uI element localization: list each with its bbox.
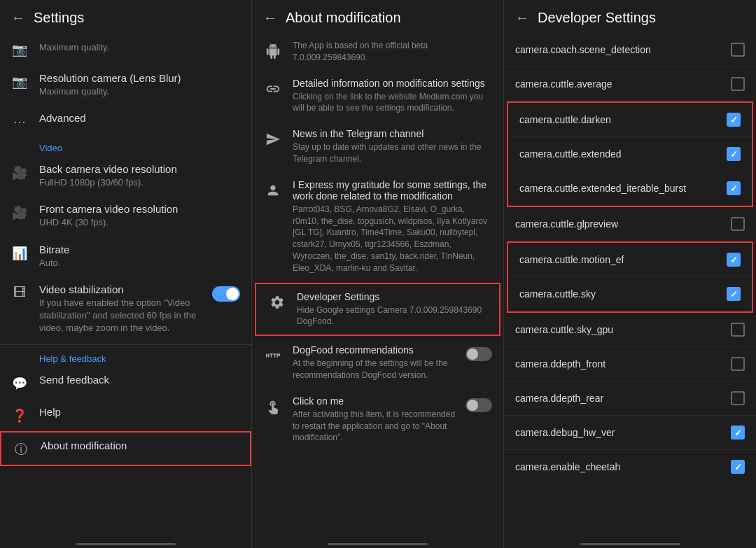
touch-icon	[263, 397, 283, 416]
dev-setting-item[interactable]: camera.cuttle.extended	[508, 137, 752, 171]
dev-setting-checkbox[interactable]	[727, 181, 741, 195]
dev-setting-checkbox[interactable]	[727, 253, 741, 267]
back-camera-title: Back camera video resolution	[39, 163, 240, 175]
front-camera-icon: 🎥	[11, 204, 28, 221]
about-modification-item[interactable]: ⓘ About modification	[0, 431, 251, 466]
dev-setting-label: camera.cuttle.extended_iterable_burst	[519, 183, 727, 194]
dogfood-title: DogFood recommendations	[293, 344, 456, 356]
click-on-me-toggle[interactable]	[465, 398, 492, 412]
back-camera-item[interactable]: 🎥 Back camera video resolution FullHD 10…	[0, 156, 251, 196]
dev-setting-item[interactable]: camera.ddepth_rear	[504, 381, 756, 416]
help-icon: ❓	[11, 407, 28, 424]
developer-settings-desc: Hide Google settings Camera 7.0.009.2598…	[297, 304, 488, 328]
front-camera-subtitle: UHD 4K (30 fps).	[39, 216, 240, 229]
resolution-lens-item[interactable]: 📷 Resolution camera (Lens Blur) Maximum …	[0, 65, 251, 105]
dev-setting-checkbox[interactable]	[727, 113, 741, 127]
gratitude-title: I Express my gratitude for some settings…	[293, 179, 492, 202]
app-version-desc: The App is based on the official beta 7.…	[293, 40, 492, 64]
stabilization-toggle[interactable]	[212, 286, 240, 302]
back-arrow-icon[interactable]: ←	[11, 10, 25, 26]
dev-setting-checkbox[interactable]	[727, 287, 741, 301]
dev-setting-item[interactable]: camera.enable_cheetah	[504, 450, 756, 484]
about-icon: ⓘ	[13, 441, 29, 458]
dev-setting-label: camera.coach.scene_detection	[515, 44, 731, 55]
dev-setting-item[interactable]: camera.cuttle.darken	[508, 103, 752, 137]
right-back-arrow-icon[interactable]: ←	[515, 10, 529, 26]
highlighted-dev-group: camera.cuttle.darkencamera.cuttle.extend…	[507, 101, 753, 207]
dev-setting-item[interactable]: camera.cuttle.sky	[508, 277, 752, 311]
middle-scrollbar[interactable]	[328, 543, 428, 545]
send-feedback-title: Send feedback	[39, 374, 240, 386]
dev-setting-checkbox[interactable]	[731, 391, 745, 405]
dev-setting-checkbox[interactable]	[731, 460, 745, 474]
dogfood-icon	[263, 346, 283, 365]
detailed-info-title: Detailed information on modification set…	[293, 78, 492, 89]
developer-settings-title: Developer Settings	[297, 291, 488, 302]
dev-setting-item[interactable]: camera.coach.scene_detection	[504, 33, 756, 67]
left-scrollbar[interactable]	[76, 543, 176, 545]
left-panel-content: 📷 Maximum quality. 📷 Resolution camera (…	[0, 33, 251, 540]
dev-setting-checkbox[interactable]	[731, 323, 745, 337]
click-on-me-item[interactable]: Click on me After activating this item, …	[252, 388, 503, 451]
dev-setting-item[interactable]: camera.cuttle.extended_iterable_burst	[508, 171, 752, 206]
resolution-lens-title: Resolution camera (Lens Blur)	[39, 72, 240, 84]
dogfood-toggle[interactable]	[465, 347, 492, 361]
telegram-title: News in the Telegram channel	[293, 128, 492, 139]
gratitude-desc: Parrot043, BSG, Arnova8G2, Elsavi, O_gur…	[293, 204, 492, 274]
detailed-info-item[interactable]: Detailed information on modification set…	[252, 71, 503, 122]
detailed-info-desc: Clicking on the link to the website Medi…	[293, 91, 492, 115]
dev-setting-checkbox[interactable]	[731, 77, 745, 91]
telegram-desc: Stay up to date with updates and other n…	[293, 141, 492, 165]
dev-settings-icon	[267, 293, 287, 312]
advanced-item[interactable]: ⋯ Advanced	[0, 105, 251, 137]
dev-setting-checkbox[interactable]	[731, 217, 745, 231]
right-panel-header: ← Developer Settings	[504, 0, 756, 33]
dev-setting-label: camera.cuttle.sky_gpu	[515, 324, 731, 335]
dev-setting-item[interactable]: camera.cuttle.motion_ef	[508, 243, 752, 277]
telegram-news-item[interactable]: News in the Telegram channel Stay up to …	[252, 121, 503, 172]
android-icon	[263, 41, 283, 61]
back-camera-subtitle: FullHD 1080p (30/60 fps).	[39, 176, 240, 189]
video-section-label[interactable]: Video	[0, 137, 251, 156]
dev-setting-label: camera.cuttle.extended	[519, 148, 727, 160]
dev-setting-checkbox[interactable]	[727, 147, 741, 161]
dev-setting-label: camera.cuttle.glpreview	[515, 218, 731, 230]
right-panel-title: Developer Settings	[538, 10, 656, 26]
dev-setting-label: camera.enable_cheetah	[515, 461, 731, 472]
dev-setting-item[interactable]: camera.ddepth_front	[504, 347, 756, 381]
dev-setting-label: camera.ddepth_rear	[515, 393, 731, 404]
dev-setting-checkbox[interactable]	[731, 43, 745, 57]
gratitude-item[interactable]: I Express my gratitude for some settings…	[252, 172, 503, 281]
dev-setting-item[interactable]: camera.debug_hw_ver	[504, 416, 756, 450]
dev-setting-label: camera.cuttle.average	[515, 78, 731, 90]
back-camera-icon: 🎥	[11, 164, 28, 181]
link-icon	[263, 79, 283, 99]
right-scrollbar[interactable]	[580, 543, 680, 545]
front-camera-item[interactable]: 🎥 Front camera video resolution UHD 4K (…	[0, 196, 251, 236]
dev-setting-item[interactable]: camera.cuttle.sky_gpu	[504, 313, 756, 347]
dev-setting-checkbox[interactable]	[731, 357, 745, 371]
about-title: About modification	[41, 440, 239, 451]
dev-setting-label: camera.debug_hw_ver	[515, 427, 731, 438]
send-feedback-item[interactable]: 💬 Send feedback	[0, 367, 251, 399]
front-camera-title: Front camera video resolution	[39, 203, 240, 215]
click-on-me-title: Click on me	[293, 395, 456, 407]
help-item[interactable]: ❓ Help	[0, 399, 251, 431]
dev-setting-label: camera.cuttle.sky	[519, 288, 727, 300]
bitrate-item[interactable]: 📊 Bitrate Auto.	[0, 237, 251, 276]
dogfood-item[interactable]: DogFood recommendations At the beginning…	[252, 337, 503, 388]
developer-settings-panel: ← Developer Settings camera.coach.scene_…	[504, 0, 756, 548]
video-stabilization-item[interactable]: 🎞 Video stabilization If you have enable…	[0, 276, 251, 342]
dev-setting-checkbox[interactable]	[731, 426, 745, 440]
max-quality-item[interactable]: 📷 Maximum quality.	[0, 33, 251, 65]
stabilization-icon: 🎞	[11, 285, 28, 302]
telegram-icon	[263, 129, 283, 149]
app-version-item[interactable]: The App is based on the official beta 7.…	[252, 33, 503, 71]
right-panel-content: camera.coach.scene_detectioncamera.cuttl…	[504, 33, 756, 540]
help-section-label[interactable]: Help & feedback	[0, 348, 251, 367]
dev-setting-item[interactable]: camera.cuttle.average	[504, 67, 756, 101]
developer-settings-item[interactable]: Developer Settings Hide Google settings …	[255, 283, 500, 337]
dev-setting-item[interactable]: camera.cuttle.glpreview	[504, 207, 756, 241]
middle-back-arrow-icon[interactable]: ←	[263, 10, 277, 26]
dev-setting-label: camera.cuttle.motion_ef	[519, 254, 727, 265]
